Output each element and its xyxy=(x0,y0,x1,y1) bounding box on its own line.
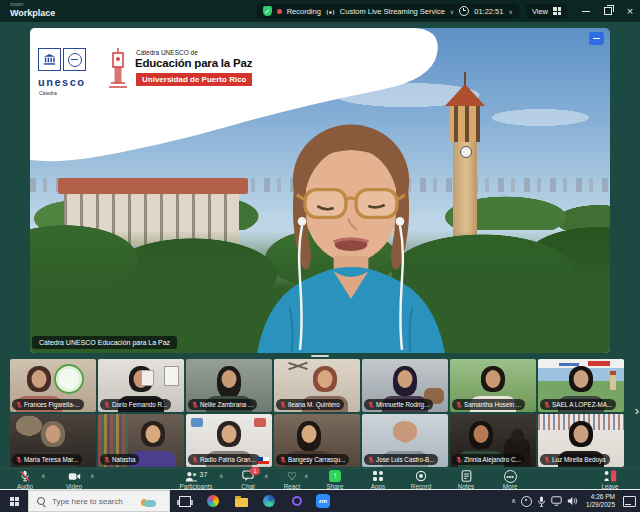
windows-taskbar: zm ∧ 4:26 PM 1/29/2025 xyxy=(0,490,640,512)
tray-app-icon[interactable] xyxy=(521,496,532,507)
streaming-chevron-icon[interactable]: ∨ xyxy=(450,8,454,15)
participant-tile[interactable]: Dario Fernando R... xyxy=(98,359,184,412)
participant-tile[interactable]: Zinnia Alejandro C... xyxy=(450,414,536,467)
more-participants-chevron[interactable]: › xyxy=(635,404,639,417)
participant-tile[interactable]: Natasha xyxy=(98,414,184,467)
audio-chevron-icon[interactable]: ∧ xyxy=(41,472,45,479)
participants-row-2: María Teresa Mar... Natasha xyxy=(10,414,624,467)
participant-name: Luz Mirella Bedoya xyxy=(552,456,606,463)
gallery-grid-icon xyxy=(553,7,561,15)
chat-chevron-icon[interactable]: ∧ xyxy=(264,472,268,479)
pinwheel-icon xyxy=(207,495,219,507)
leave-button[interactable]: Leave xyxy=(588,470,632,490)
chat-badge: 1 xyxy=(250,467,260,475)
participant-tile[interactable]: Ileana M. Quintero xyxy=(274,359,360,412)
close-button[interactable]: × xyxy=(622,2,638,20)
task-view-button[interactable] xyxy=(178,494,192,508)
participant-tile[interactable]: Luz Mirella Bedoya xyxy=(538,414,624,467)
participant-nametag: Bangesy Carrasqu... xyxy=(276,454,349,465)
participant-tile[interactable]: Radio Patria Gran... xyxy=(186,414,272,467)
live-stream-icon xyxy=(326,7,335,16)
participant-tile[interactable]: Jose Luis Castro-B... xyxy=(362,414,448,467)
windows-logo-icon xyxy=(10,497,19,506)
participants-chevron-icon[interactable]: ∧ xyxy=(219,472,223,479)
action-center-icon[interactable] xyxy=(623,496,636,507)
react-chevron-icon[interactable]: ∧ xyxy=(304,472,308,479)
participant-nametag: Natasha xyxy=(100,454,139,465)
mic-muted-icon xyxy=(16,456,22,464)
minimize-button[interactable] xyxy=(578,2,594,20)
participants-button[interactable]: 37 Participants xyxy=(168,470,224,490)
loop-app-button[interactable] xyxy=(290,494,304,508)
minimize-video-button[interactable] xyxy=(589,32,604,45)
mic-muted-icon xyxy=(192,456,198,464)
tile-scene-detail xyxy=(164,366,179,386)
security-shield-icon[interactable]: ✓ xyxy=(263,6,272,16)
participant-tile[interactable]: Minnuette Rodrig... xyxy=(362,359,448,412)
mic-muted-icon xyxy=(544,456,550,464)
notes-button[interactable]: Notes xyxy=(444,470,488,490)
mic-muted-icon xyxy=(544,401,550,409)
view-button[interactable]: View xyxy=(526,4,567,19)
tray-display-icon[interactable] xyxy=(551,496,562,506)
video-chevron-icon[interactable]: ∧ xyxy=(90,472,94,479)
zoom-app-button[interactable]: zm xyxy=(316,494,330,508)
participant-name: Bangesy Carrasqu... xyxy=(288,456,345,463)
participant-name: Jose Luis Castro-B... xyxy=(376,456,434,463)
mic-muted-icon xyxy=(104,401,110,409)
taskbar-search[interactable] xyxy=(28,490,170,512)
more-button[interactable]: ••• More xyxy=(488,470,532,490)
participant-name: Nellie Zambrana ... xyxy=(200,401,253,408)
ellipsis-icon: ••• xyxy=(504,470,517,483)
thumbnail-strip-handle[interactable] xyxy=(311,355,329,357)
banner-line3: Universidad de Puerto Rico xyxy=(136,73,252,86)
view-label: View xyxy=(532,7,548,16)
streaming-service-label[interactable]: Custom Live Streaming Service xyxy=(340,7,445,16)
edge-browser-button[interactable] xyxy=(262,494,276,508)
loop-ring-icon xyxy=(292,496,302,506)
edge-icon xyxy=(263,495,275,507)
record-button[interactable]: Record xyxy=(399,470,443,490)
participants-icon xyxy=(185,471,198,482)
participant-tile[interactable]: Nellie Zambrana ... xyxy=(186,359,272,412)
tray-mic-icon[interactable] xyxy=(537,496,546,507)
participant-nametag: Dario Fernando R... xyxy=(100,399,171,410)
taskbar-clock[interactable]: 4:26 PM 1/29/2025 xyxy=(586,493,615,509)
taskbar-time: 4:26 PM xyxy=(586,493,615,501)
apps-icon xyxy=(372,470,384,482)
zoom-toolbar: Audio ∧ Video ∧ 37 Participants ∧ xyxy=(0,468,640,490)
tray-chevron-icon[interactable]: ∧ xyxy=(511,497,516,505)
notes-icon xyxy=(461,470,472,482)
participant-tile[interactable]: Samantha Hosein ... xyxy=(450,359,536,412)
participant-name: Dario Fernando R... xyxy=(112,401,167,408)
main-video[interactable]: unesco Cátedra Cátedra UNESCO de Educaci… xyxy=(30,28,610,353)
timer-chevron-icon[interactable]: ∨ xyxy=(508,8,512,15)
app-name-zoom: zoom xyxy=(10,2,55,8)
unesco-temple-icon xyxy=(43,53,56,66)
meeting-timer[interactable]: 01:22:51 xyxy=(474,7,503,16)
tray-speaker-icon[interactable] xyxy=(567,496,578,506)
participant-name: María Teresa Mar... xyxy=(24,456,78,463)
participant-tile[interactable]: Frances Figarella-... xyxy=(10,359,96,412)
restore-button[interactable] xyxy=(600,2,616,20)
share-button[interactable]: ↑ Share xyxy=(313,470,357,490)
mic-muted-icon xyxy=(280,456,286,464)
mic-muted-icon xyxy=(368,456,374,464)
apps-button[interactable]: Apps xyxy=(356,470,400,490)
participant-nametag: Radio Patria Gran... xyxy=(188,454,260,465)
participant-name: Ileana M. Quintero xyxy=(288,401,340,408)
participant-tile[interactable]: SAEL A LOPEZ-MA... xyxy=(538,359,624,412)
zoom-app-icon: zm xyxy=(316,494,330,508)
participant-tile[interactable]: María Teresa Mar... xyxy=(10,414,96,467)
designer-app-button[interactable] xyxy=(206,494,220,508)
heart-icon: ♡ xyxy=(287,471,297,482)
file-explorer-button[interactable] xyxy=(234,494,248,508)
participant-nametag: María Teresa Mar... xyxy=(12,454,82,465)
mic-muted-icon xyxy=(456,456,462,464)
participant-strip: Frances Figarella-... Dario Fernando R..… xyxy=(0,358,640,468)
weather-icon[interactable] xyxy=(140,495,157,508)
search-input[interactable] xyxy=(50,496,140,507)
participant-tile[interactable]: Bangesy Carrasqu... xyxy=(274,414,360,467)
start-button[interactable] xyxy=(0,490,28,512)
tower-illustration-icon xyxy=(106,47,130,91)
